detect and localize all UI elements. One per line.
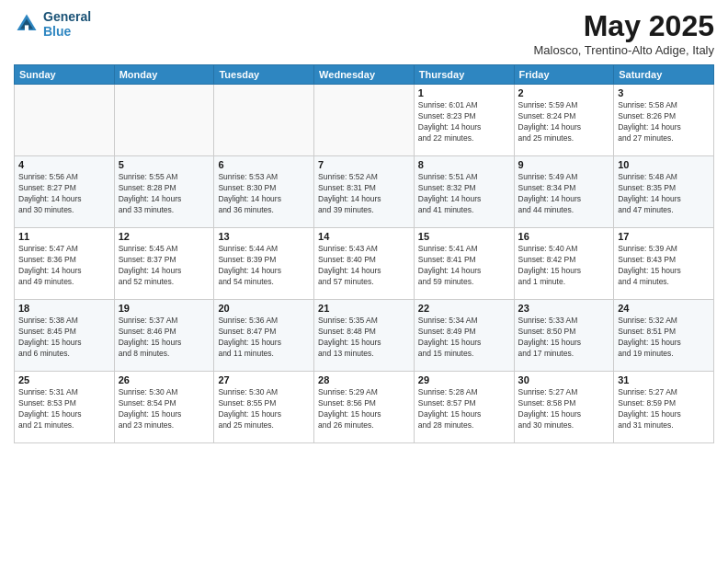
calendar-cell: 27Sunrise: 5:30 AM Sunset: 8:55 PM Dayli…: [214, 372, 314, 443]
day-number: 8: [418, 159, 510, 170]
day-number: 11: [18, 231, 110, 242]
calendar-cell: 11Sunrise: 5:47 AM Sunset: 8:36 PM Dayli…: [15, 228, 115, 300]
calendar-cell: 19Sunrise: 5:37 AM Sunset: 8:46 PM Dayli…: [114, 300, 214, 372]
day-number: 17: [618, 231, 710, 242]
day-number: 26: [119, 374, 210, 385]
day-info: Sunrise: 5:30 AM Sunset: 8:54 PM Dayligh…: [119, 387, 210, 431]
day-info: Sunrise: 5:39 AM Sunset: 8:43 PM Dayligh…: [618, 244, 710, 288]
calendar-cell: 4Sunrise: 5:56 AM Sunset: 8:27 PM Daylig…: [15, 156, 115, 228]
calendar-week-row: 4Sunrise: 5:56 AM Sunset: 8:27 PM Daylig…: [15, 156, 714, 228]
day-info: Sunrise: 5:53 AM Sunset: 8:30 PM Dayligh…: [218, 172, 310, 216]
day-number: 7: [318, 159, 410, 170]
day-number: 4: [18, 159, 110, 170]
calendar-cell: 9Sunrise: 5:49 AM Sunset: 8:34 PM Daylig…: [514, 156, 614, 228]
calendar-cell: 8Sunrise: 5:51 AM Sunset: 8:32 PM Daylig…: [414, 156, 514, 228]
location-subtitle: Malosco, Trentino-Alto Adige, Italy: [533, 43, 714, 57]
calendar-cell: 17Sunrise: 5:39 AM Sunset: 8:43 PM Dayli…: [614, 228, 714, 300]
calendar-cell: 6Sunrise: 5:53 AM Sunset: 8:30 PM Daylig…: [214, 156, 314, 228]
calendar-cell: 28Sunrise: 5:29 AM Sunset: 8:56 PM Dayli…: [314, 372, 415, 443]
calendar-cell: 13Sunrise: 5:44 AM Sunset: 8:39 PM Dayli…: [214, 228, 314, 300]
calendar-cell: 25Sunrise: 5:31 AM Sunset: 8:53 PM Dayli…: [15, 372, 115, 443]
day-info: Sunrise: 5:27 AM Sunset: 8:58 PM Dayligh…: [518, 387, 610, 431]
calendar-cell: 29Sunrise: 5:28 AM Sunset: 8:57 PM Dayli…: [414, 372, 514, 443]
weekday-header: Wednesday: [314, 65, 415, 85]
day-info: Sunrise: 5:43 AM Sunset: 8:40 PM Dayligh…: [318, 244, 410, 288]
calendar-cell: 18Sunrise: 5:38 AM Sunset: 8:45 PM Dayli…: [15, 300, 115, 372]
day-number: 27: [218, 374, 310, 385]
calendar-cell: 14Sunrise: 5:43 AM Sunset: 8:40 PM Dayli…: [314, 228, 415, 300]
calendar-header-row: SundayMondayTuesdayWednesdayThursdayFrid…: [15, 65, 714, 85]
logo-text: General Blue: [43, 9, 91, 39]
title-block: May 2025 Malosco, Trentino-Alto Adige, I…: [533, 9, 714, 57]
day-info: Sunrise: 5:27 AM Sunset: 8:59 PM Dayligh…: [618, 387, 710, 431]
day-info: Sunrise: 5:36 AM Sunset: 8:47 PM Dayligh…: [218, 316, 310, 360]
day-info: Sunrise: 5:51 AM Sunset: 8:32 PM Dayligh…: [418, 172, 510, 216]
day-number: 29: [418, 374, 510, 385]
calendar-cell: 21Sunrise: 5:35 AM Sunset: 8:48 PM Dayli…: [314, 300, 415, 372]
calendar-cell: 23Sunrise: 5:33 AM Sunset: 8:50 PM Dayli…: [514, 300, 614, 372]
calendar-cell: [15, 85, 115, 156]
day-number: 20: [218, 303, 310, 314]
day-number: 1: [418, 87, 510, 98]
day-number: 6: [218, 159, 310, 170]
day-info: Sunrise: 5:32 AM Sunset: 8:51 PM Dayligh…: [618, 316, 710, 360]
day-info: Sunrise: 5:56 AM Sunset: 8:27 PM Dayligh…: [18, 172, 110, 216]
day-info: Sunrise: 5:30 AM Sunset: 8:55 PM Dayligh…: [218, 387, 310, 431]
calendar-cell: 26Sunrise: 5:30 AM Sunset: 8:54 PM Dayli…: [114, 372, 214, 443]
calendar-cell: 30Sunrise: 5:27 AM Sunset: 8:58 PM Dayli…: [514, 372, 614, 443]
day-number: 12: [119, 231, 210, 242]
svg-rect-2: [25, 25, 28, 30]
day-number: 10: [618, 159, 710, 170]
day-info: Sunrise: 5:35 AM Sunset: 8:48 PM Dayligh…: [318, 316, 410, 360]
day-info: Sunrise: 5:58 AM Sunset: 8:26 PM Dayligh…: [618, 100, 710, 144]
logo-icon: [14, 11, 40, 37]
day-number: 15: [418, 231, 510, 242]
page-container: General Blue May 2025 Malosco, Trentino-…: [0, 0, 728, 448]
day-info: Sunrise: 5:28 AM Sunset: 8:57 PM Dayligh…: [418, 387, 510, 431]
day-info: Sunrise: 5:59 AM Sunset: 8:24 PM Dayligh…: [518, 100, 610, 144]
day-number: 16: [518, 231, 610, 242]
calendar-cell: 15Sunrise: 5:41 AM Sunset: 8:41 PM Dayli…: [414, 228, 514, 300]
day-number: 23: [518, 303, 610, 314]
weekday-header: Saturday: [614, 65, 714, 85]
day-info: Sunrise: 5:31 AM Sunset: 8:53 PM Dayligh…: [18, 387, 110, 431]
day-info: Sunrise: 5:40 AM Sunset: 8:42 PM Dayligh…: [518, 244, 610, 288]
day-info: Sunrise: 5:47 AM Sunset: 8:36 PM Dayligh…: [18, 244, 110, 288]
calendar-cell: 10Sunrise: 5:48 AM Sunset: 8:35 PM Dayli…: [614, 156, 714, 228]
weekday-header: Sunday: [15, 65, 115, 85]
calendar-cell: [214, 85, 314, 156]
day-info: Sunrise: 5:55 AM Sunset: 8:28 PM Dayligh…: [119, 172, 210, 216]
day-info: Sunrise: 5:44 AM Sunset: 8:39 PM Dayligh…: [218, 244, 310, 288]
calendar-cell: 31Sunrise: 5:27 AM Sunset: 8:59 PM Dayli…: [614, 372, 714, 443]
day-info: Sunrise: 5:37 AM Sunset: 8:46 PM Dayligh…: [119, 316, 210, 360]
calendar-cell: [114, 85, 214, 156]
day-info: Sunrise: 5:52 AM Sunset: 8:31 PM Dayligh…: [318, 172, 410, 216]
calendar-week-row: 25Sunrise: 5:31 AM Sunset: 8:53 PM Dayli…: [15, 372, 714, 443]
day-number: 24: [618, 303, 710, 314]
day-number: 2: [518, 87, 610, 98]
header: General Blue May 2025 Malosco, Trentino-…: [14, 9, 714, 57]
calendar-cell: 5Sunrise: 5:55 AM Sunset: 8:28 PM Daylig…: [114, 156, 214, 228]
calendar-cell: 24Sunrise: 5:32 AM Sunset: 8:51 PM Dayli…: [614, 300, 714, 372]
day-info: Sunrise: 5:41 AM Sunset: 8:41 PM Dayligh…: [418, 244, 510, 288]
calendar-cell: 20Sunrise: 5:36 AM Sunset: 8:47 PM Dayli…: [214, 300, 314, 372]
calendar-cell: 1Sunrise: 6:01 AM Sunset: 8:23 PM Daylig…: [414, 85, 514, 156]
weekday-header: Tuesday: [214, 65, 314, 85]
day-number: 31: [618, 374, 710, 385]
calendar-cell: 12Sunrise: 5:45 AM Sunset: 8:37 PM Dayli…: [114, 228, 214, 300]
calendar-cell: 16Sunrise: 5:40 AM Sunset: 8:42 PM Dayli…: [514, 228, 614, 300]
calendar-cell: 3Sunrise: 5:58 AM Sunset: 8:26 PM Daylig…: [614, 85, 714, 156]
day-number: 28: [318, 374, 410, 385]
day-info: Sunrise: 5:49 AM Sunset: 8:34 PM Dayligh…: [518, 172, 610, 216]
calendar-cell: 22Sunrise: 5:34 AM Sunset: 8:49 PM Dayli…: [414, 300, 514, 372]
day-number: 18: [18, 303, 110, 314]
logo: General Blue: [14, 9, 91, 39]
day-info: Sunrise: 5:33 AM Sunset: 8:50 PM Dayligh…: [518, 316, 610, 360]
calendar-cell: 2Sunrise: 5:59 AM Sunset: 8:24 PM Daylig…: [514, 85, 614, 156]
weekday-header: Friday: [514, 65, 614, 85]
day-number: 25: [18, 374, 110, 385]
calendar-cell: 7Sunrise: 5:52 AM Sunset: 8:31 PM Daylig…: [314, 156, 415, 228]
weekday-header: Thursday: [414, 65, 514, 85]
day-number: 3: [618, 87, 710, 98]
day-number: 21: [318, 303, 410, 314]
